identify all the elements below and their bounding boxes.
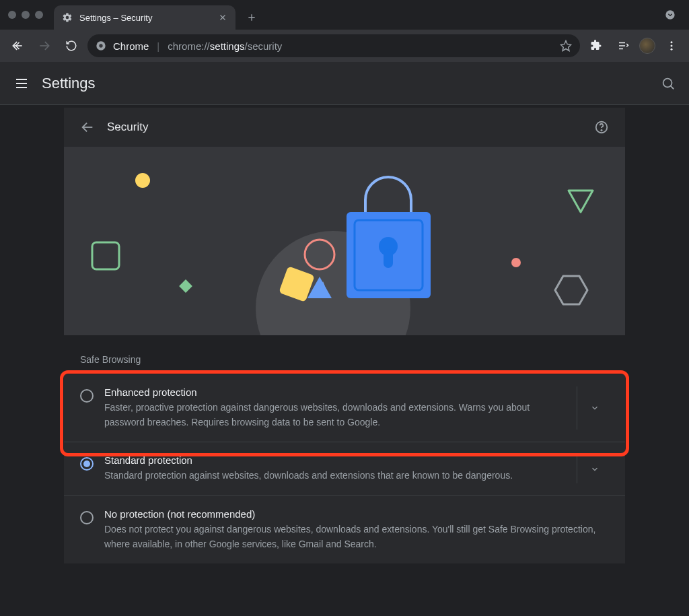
new-tab-button[interactable] bbox=[242, 8, 261, 27]
svg-point-4 bbox=[671, 45, 673, 47]
chevron-down-circle-icon[interactable] bbox=[665, 9, 676, 20]
traffic-light-minimize[interactable] bbox=[22, 11, 30, 19]
svg-rect-18 bbox=[384, 249, 393, 268]
option-description: Does not protect you against dangerous w… bbox=[104, 522, 606, 551]
expand-enhanced[interactable] bbox=[577, 386, 612, 430]
extensions-button[interactable] bbox=[585, 35, 607, 57]
back-arrow-icon[interactable] bbox=[80, 120, 95, 135]
svg-point-3 bbox=[671, 41, 673, 43]
svg-point-10 bbox=[135, 173, 150, 188]
security-hero-illustration bbox=[64, 147, 625, 335]
browser-toolbar: Chrome | chrome://settings/security bbox=[0, 30, 689, 62]
omnibox-url-path: /security bbox=[245, 40, 283, 52]
option-title: Enhanced protection bbox=[104, 386, 569, 398]
bookmark-star-icon[interactable] bbox=[560, 40, 572, 52]
radio-enhanced[interactable] bbox=[72, 386, 102, 403]
svg-point-2 bbox=[99, 44, 102, 47]
window-titlebar: Settings – Security bbox=[0, 0, 689, 30]
safe-browsing-options: Enhanced protection Faster, proactive pr… bbox=[64, 374, 625, 563]
option-standard-protection[interactable]: Standard protection Standard protection … bbox=[64, 442, 625, 495]
radio-standard[interactable] bbox=[72, 454, 102, 471]
omnibox-url-scheme: chrome:// bbox=[168, 40, 210, 52]
settings-content: Security bbox=[0, 105, 689, 616]
option-no-protection[interactable]: No protection (not recommended) Does not… bbox=[64, 495, 625, 563]
option-title: Standard protection bbox=[104, 454, 569, 466]
chevron-down-icon bbox=[590, 465, 600, 474]
option-description: Faster, proactive protection against dan… bbox=[104, 401, 569, 430]
profile-avatar[interactable] bbox=[639, 38, 655, 54]
radio-no-protection[interactable] bbox=[72, 508, 102, 524]
tab-title: Settings – Security bbox=[79, 13, 211, 23]
svg-rect-12 bbox=[179, 279, 192, 293]
traffic-light-zoom[interactable] bbox=[35, 11, 43, 19]
menu-icon[interactable] bbox=[13, 75, 30, 92]
address-bar[interactable]: Chrome | chrome://settings/security bbox=[87, 34, 580, 57]
reading-list-button[interactable] bbox=[612, 35, 634, 57]
settings-title: Settings bbox=[42, 75, 96, 92]
svg-point-19 bbox=[511, 258, 521, 267]
forward-button[interactable] bbox=[34, 35, 55, 57]
browser-tab[interactable]: Settings – Security bbox=[54, 5, 235, 30]
traffic-lights bbox=[8, 11, 43, 19]
safe-browsing-label: Safe Browsing bbox=[64, 335, 625, 374]
svg-point-0 bbox=[665, 10, 674, 19]
gear-icon bbox=[62, 12, 73, 23]
omnibox-product: Chrome bbox=[113, 40, 149, 52]
svg-point-5 bbox=[671, 48, 673, 50]
help-icon[interactable] bbox=[594, 120, 609, 135]
omnibox-separator: | bbox=[157, 40, 159, 52]
traffic-light-close[interactable] bbox=[8, 11, 16, 19]
section-header: Security bbox=[64, 108, 625, 147]
option-enhanced-protection[interactable]: Enhanced protection Faster, proactive pr… bbox=[64, 374, 625, 442]
option-title: No protection (not recommended) bbox=[104, 508, 606, 520]
chrome-menu-button[interactable] bbox=[661, 35, 682, 57]
svg-point-6 bbox=[663, 78, 672, 87]
svg-rect-11 bbox=[92, 242, 119, 269]
option-description: Standard protection against websites, do… bbox=[104, 469, 569, 483]
chrome-icon bbox=[96, 40, 106, 51]
settings-header: Settings bbox=[0, 62, 689, 105]
security-panel: Security bbox=[64, 105, 625, 616]
svg-point-8 bbox=[601, 130, 602, 131]
chevron-down-icon bbox=[590, 403, 600, 413]
expand-standard[interactable] bbox=[577, 454, 612, 483]
back-button[interactable] bbox=[7, 35, 28, 57]
omnibox-url-host: settings bbox=[210, 40, 245, 52]
close-icon[interactable] bbox=[218, 13, 227, 22]
reload-button[interactable] bbox=[61, 35, 82, 57]
section-title: Security bbox=[107, 121, 148, 134]
search-icon[interactable] bbox=[661, 76, 676, 91]
